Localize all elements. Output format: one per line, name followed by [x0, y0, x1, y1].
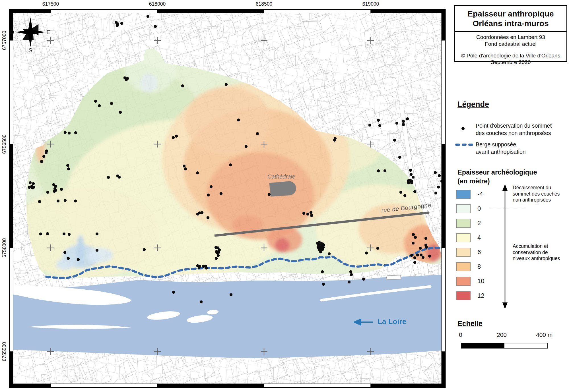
- observation-dot: [57, 200, 59, 202]
- observation-dot: [393, 139, 396, 142]
- scale-value-label: 4: [477, 234, 481, 241]
- observation-dot: [181, 84, 184, 87]
- observation-dot: [201, 211, 203, 214]
- observation-dot: [147, 15, 149, 18]
- observation-dot: [302, 212, 305, 215]
- la-loire-label: La Loire: [378, 317, 406, 326]
- observation-dot: [220, 192, 222, 195]
- x-tick-label: 618500: [256, 1, 272, 7]
- observation-dot: [175, 135, 178, 138]
- observation-dot: [230, 293, 232, 296]
- scale-bar: [461, 343, 548, 349]
- scale-value-label: -4: [477, 190, 483, 198]
- berge-dash-icon: [455, 144, 460, 146]
- observation-dot: [107, 176, 110, 179]
- y-tick-label: 6755500: [1, 342, 7, 361]
- observation-dot: [413, 190, 416, 193]
- scalebar-label-400m: 400 m: [536, 331, 552, 338]
- y-tick-label: 6756500: [1, 134, 7, 154]
- info-copyright: © Pôle d'archéologie de la Ville d'Orléa…: [455, 52, 566, 59]
- berge-dash-icon: [462, 144, 467, 146]
- observation-dot: [210, 185, 213, 188]
- map-title-line2: Orléans intra-muros: [455, 19, 566, 28]
- observation-dot: [196, 171, 199, 174]
- legend-title: Légende: [457, 100, 489, 109]
- observation-dot: [125, 78, 128, 81]
- arrow-note-top-line1: Décaissement du: [513, 185, 560, 191]
- arrow-note-bottom-line3: niveaux anthropiques: [513, 256, 560, 262]
- observation-dot: [438, 174, 441, 177]
- scale-swatch: [456, 277, 471, 286]
- observation-dot: [237, 119, 240, 121]
- observation-dot: [96, 233, 98, 235]
- observation-dot: [205, 267, 208, 269]
- observation-dot: [368, 124, 371, 126]
- observation-dot: [225, 83, 228, 86]
- compass-letter-n: N: [28, 8, 32, 14]
- observation-dot: [422, 256, 424, 259]
- observation-dot: [398, 156, 401, 159]
- observation-dot: [412, 242, 415, 244]
- scale-swatch: [456, 262, 471, 271]
- observation-dot: [29, 181, 32, 184]
- observation-dot: [420, 254, 422, 256]
- map-title-line1: Epaisseur anthropique: [455, 9, 566, 18]
- observation-dot: [412, 176, 415, 179]
- observation-dot: [434, 171, 437, 174]
- observation-dot: [410, 254, 413, 257]
- observation-dot: [362, 278, 365, 281]
- observation-dot: [143, 248, 146, 251]
- observation-dot: [424, 237, 427, 240]
- observation-dot: [350, 273, 353, 276]
- x-tick-label: 618000: [149, 1, 166, 7]
- observation-dot: [321, 270, 324, 273]
- observation-dot: [321, 248, 324, 251]
- loire-river: [9, 275, 445, 358]
- observation-dot: [419, 247, 422, 250]
- observation-dot: [207, 194, 210, 196]
- observation-dot: [328, 252, 331, 255]
- observation-dot: [64, 131, 67, 134]
- scale-swatch: [456, 233, 471, 242]
- observation-dot: [319, 250, 322, 253]
- compass-letter-e: E: [46, 29, 50, 35]
- legend-item-observation: Point d'observation du sommet des couche…: [476, 122, 552, 137]
- observation-dot: [216, 252, 219, 254]
- observation-dot: [256, 132, 259, 135]
- observation-dot: [348, 281, 351, 283]
- observation-dot: [154, 25, 157, 28]
- observation-dot: [207, 216, 209, 219]
- observation-dot: [46, 232, 49, 235]
- observation-dot: [409, 169, 412, 172]
- arrow-note-top-line2: sommet des couches: [513, 191, 560, 197]
- observation-dot: [94, 100, 97, 103]
- observation-dot: [116, 24, 119, 27]
- observation-dot: [183, 165, 185, 167]
- info-date: Septembre 2020: [455, 59, 566, 66]
- scale-section-title: Echelle: [457, 320, 483, 328]
- observation-dot: [66, 164, 69, 167]
- observation-dot: [268, 193, 271, 196]
- berge-dash-icon: [468, 144, 473, 146]
- observation-dot: [110, 102, 113, 105]
- color-scale-title: Epaisseur archéologique (en mètre): [457, 168, 537, 185]
- observation-dot: [322, 283, 325, 286]
- quay-shape: [386, 275, 401, 280]
- observation-dot: [28, 186, 31, 189]
- observation-dot: [74, 200, 77, 202]
- arrow-note-accumulation: Accumulation et conservation de niveaux …: [513, 243, 560, 262]
- observation-dot: [407, 181, 410, 184]
- observation-dot: [377, 119, 380, 122]
- observation-dot: [53, 190, 56, 193]
- cathedrale-label: Cathédrale: [267, 173, 295, 180]
- legend-item-berge: Berge supposée avant anthropisation: [476, 141, 526, 155]
- observation-dot: [118, 176, 121, 179]
- scale-value-label: 12: [477, 292, 484, 299]
- observation-dot: [68, 132, 71, 134]
- observation-dot: [399, 191, 402, 194]
- zero-dotted-separator: [490, 208, 525, 208]
- observation-dot: [414, 236, 417, 239]
- x-tick-label: 617500: [42, 1, 59, 7]
- color-scale-title-line1: Epaisseur archéologique: [457, 168, 537, 177]
- compass-letter-o: O: [10, 29, 14, 35]
